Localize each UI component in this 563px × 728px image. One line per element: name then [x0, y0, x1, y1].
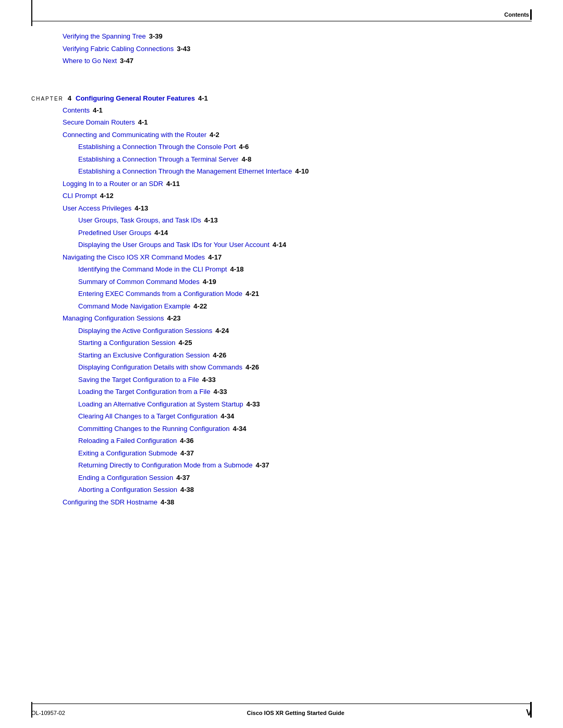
toc-link[interactable]: Entering EXEC Commands from a Configurat…	[78, 289, 242, 299]
list-item: Committing Changes to the Running Config…	[78, 424, 532, 434]
toc-link[interactable]: Loading an Alternative Configuration at …	[78, 399, 243, 410]
footer: OL-10957-02 Cisco IOS XR Getting Started…	[31, 704, 532, 718]
page-number: 3-39	[149, 31, 163, 42]
page-number: 4-34	[233, 424, 247, 434]
toc-link[interactable]: Establishing a Connection Through the Ma…	[78, 166, 292, 177]
list-item: Navigating the Cisco IOS XR Command Mode…	[63, 252, 532, 263]
page-number: 4-2	[210, 130, 219, 140]
page-number: 4-37	[256, 460, 270, 471]
toc-link[interactable]: User Groups, Task Groups, and Task IDs	[78, 215, 201, 226]
toc-link[interactable]: Identifying the Command Mode in the CLI …	[78, 264, 227, 275]
list-item: Displaying the User Groups and Task IDs …	[78, 240, 532, 250]
page-number: 4-22	[193, 301, 207, 312]
toc-link[interactable]: Establishing a Connection Through a Term…	[78, 154, 238, 165]
header-right-bar	[530, 9, 532, 20]
list-item: Loading the Target Configuration from a …	[78, 387, 532, 397]
toc-link[interactable]: Summary of Common Command Modes	[78, 277, 200, 287]
toc-link[interactable]: Returning Directly to Configuration Mode…	[78, 460, 253, 471]
toc-link[interactable]: Establishing a Connection Through the Co…	[78, 142, 236, 152]
list-item: Identifying the Command Mode in the CLI …	[78, 264, 532, 275]
toc-link[interactable]: Displaying Configuration Details with sh…	[78, 362, 242, 373]
page-number: 4-17	[208, 252, 222, 263]
toc-link[interactable]: Connecting and Communicating with the Ro…	[63, 130, 206, 140]
page-number: 4-37	[180, 448, 194, 459]
footer-content: OL-10957-02 Cisco IOS XR Getting Started…	[31, 708, 532, 718]
chapter-title[interactable]: Configuring General Router Features	[76, 94, 195, 102]
list-item: Establishing a Connection Through the Ma…	[78, 166, 532, 177]
toc-link[interactable]: Exiting a Configuration Submode	[78, 448, 177, 459]
list-item: Displaying the Active Configuration Sess…	[78, 326, 532, 336]
toc-link[interactable]: Predefined User Groups	[78, 228, 151, 238]
page-number: 4-6	[239, 142, 249, 152]
page-number: 4-14	[273, 240, 286, 250]
toc-link[interactable]: Where to Go Next	[63, 56, 117, 66]
toc-link[interactable]: Starting a Configuration Session	[78, 338, 175, 348]
top-border	[31, 21, 532, 21]
list-item: Ending a Configuration Session 4-37	[78, 473, 532, 483]
page-number: 4-34	[221, 411, 234, 422]
chapter4-toc-section: Contents 4-1 Secure Domain Routers 4-1 C…	[31, 105, 532, 508]
list-item: Connecting and Communicating with the Ro…	[63, 130, 532, 140]
toc-link[interactable]: Loading the Target Configuration from a …	[78, 387, 210, 397]
page-number: 4-10	[295, 166, 309, 177]
page-number: 4-33	[213, 387, 227, 397]
page-number: 4-24	[215, 326, 229, 336]
toc-link[interactable]: Clearing All Changes to a Target Configu…	[78, 411, 217, 422]
toc-link[interactable]: Aborting a Configuration Session	[78, 485, 177, 495]
toc-link[interactable]: Displaying the User Groups and Task IDs …	[78, 240, 270, 250]
toc-link[interactable]: Managing Configuration Sessions	[63, 313, 164, 324]
list-item: Summary of Common Command Modes 4-19	[78, 277, 532, 287]
list-item: Verifying Fabric Cabling Connections 3-4…	[63, 44, 532, 54]
list-item: Aborting a Configuration Session 4-38	[78, 485, 532, 495]
page-number: 4-38	[161, 497, 174, 508]
toc-link[interactable]: Verifying the Spanning Tree	[63, 31, 146, 42]
page-number: 4-14	[154, 228, 168, 238]
list-item: Contents 4-1	[63, 105, 532, 116]
toc-link[interactable]: Committing Changes to the Running Config…	[78, 424, 230, 434]
page-number: 3-43	[177, 44, 190, 54]
page-number: 4-19	[203, 277, 216, 287]
toc-link[interactable]: User Access Privileges	[63, 203, 131, 214]
page-number: 4-21	[246, 289, 259, 299]
toc-link[interactable]: Secure Domain Routers	[63, 117, 135, 128]
toc-link[interactable]: Saving the Target Configuration to a Fil…	[78, 375, 199, 385]
list-item: Logging In to a Router or an SDR 4-11	[63, 179, 532, 189]
list-item: User Groups, Task Groups, and Task IDs 4…	[78, 215, 532, 226]
list-item: Clearing All Changes to a Target Configu…	[78, 411, 532, 422]
list-item: Establishing a Connection Through a Term…	[78, 154, 532, 165]
list-item: Verifying the Spanning Tree 3-39	[63, 31, 532, 42]
toc-link[interactable]: Verifying Fabric Cabling Connections	[63, 44, 174, 54]
page-number: 4-23	[167, 313, 180, 324]
page-number: 4-25	[178, 338, 192, 348]
toc-link[interactable]: Ending a Configuration Session	[78, 473, 173, 483]
toc-link[interactable]: Starting an Exclusive Configuration Sess…	[78, 350, 210, 361]
list-item: CLI Prompt 4-12	[63, 191, 532, 201]
list-item: Where to Go Next 3-47	[63, 56, 532, 66]
header-contents-label: Contents	[504, 11, 529, 18]
list-item: Starting a Configuration Session 4-25	[78, 338, 532, 348]
left-border	[31, 0, 32, 26]
chapter-heading: CHAPTER 4 Configuring General Router Fea…	[31, 94, 532, 102]
spacer	[31, 68, 532, 79]
list-item: Saving the Target Configuration to a Fil…	[78, 375, 532, 385]
toc-link[interactable]: Command Mode Navigation Example	[78, 301, 190, 312]
footer-doc-number: OL-10957-02	[31, 710, 65, 716]
toc-link[interactable]: Contents	[63, 105, 90, 116]
toc-link[interactable]: Navigating the Cisco IOS XR Command Mode…	[63, 252, 205, 263]
page-number: 4-12	[100, 191, 114, 201]
chapter-page: 4-1	[198, 94, 208, 102]
toc-link[interactable]: Reloading a Failed Configuration	[78, 436, 177, 446]
page-number: 4-1	[93, 105, 103, 116]
page-number: 4-11	[166, 179, 180, 189]
page-number: 4-8	[241, 154, 251, 165]
top-toc-section: Verifying the Spanning Tree 3-39 Verifyi…	[31, 31, 532, 66]
list-item: Loading an Alternative Configuration at …	[78, 399, 532, 410]
toc-link[interactable]: Logging In to a Router or an SDR	[63, 179, 163, 189]
toc-link[interactable]: Configuring the SDR Hostname	[63, 497, 157, 508]
list-item: Configuring the SDR Hostname 4-38	[63, 497, 532, 508]
toc-link[interactable]: CLI Prompt	[63, 191, 97, 201]
page-number: 4-26	[213, 350, 226, 361]
page-number: 4-36	[180, 436, 193, 446]
page-number: 4-18	[230, 264, 243, 275]
toc-link[interactable]: Displaying the Active Configuration Sess…	[78, 326, 212, 336]
